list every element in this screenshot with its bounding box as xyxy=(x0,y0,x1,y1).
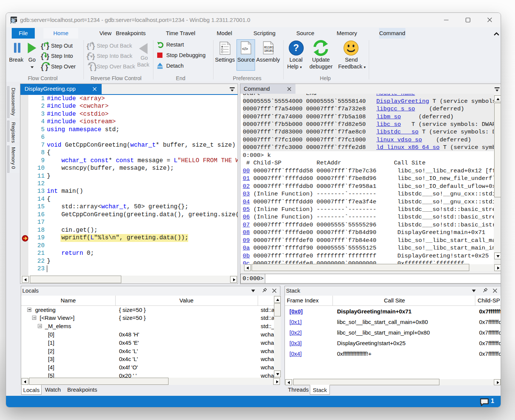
svg-text:}: } xyxy=(46,52,49,60)
svg-text:{: { xyxy=(87,42,89,50)
svg-text:}: } xyxy=(92,52,95,60)
svg-text:{: { xyxy=(41,42,43,50)
svg-text:10101: 10101 xyxy=(264,49,274,53)
svg-text:?: ? xyxy=(293,42,299,53)
svg-text:</>: </> xyxy=(242,46,248,51)
